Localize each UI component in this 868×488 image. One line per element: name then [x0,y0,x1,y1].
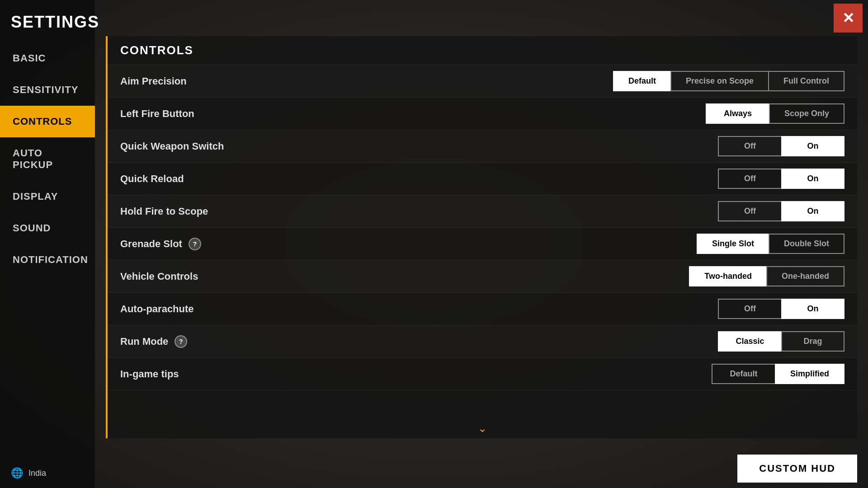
sidebar-item-auto-pickup[interactable]: AUTO PICKUP [0,137,95,181]
setting-controls-run-mode: ClassicDrag [718,331,844,352]
close-button[interactable]: ✕ [834,4,863,33]
toggle-auto-parachute-off[interactable]: Off [718,299,781,319]
toggle-left-fire-button-scope-only[interactable]: Scope Only [769,103,844,124]
help-icon-grenade-slot[interactable]: ? [189,238,201,250]
toggle-quick-reload-on[interactable]: On [781,169,844,189]
setting-row-aim-precision: Aim PrecisionDefaultPrecise on ScopeFull… [108,65,857,98]
sidebar-item-notification[interactable]: NOTIFICATION [0,244,95,276]
region-label: India [28,469,46,478]
setting-label-vehicle-controls: Vehicle Controls [120,271,689,282]
sidebar-nav: BASICSENSITIVITYCONTROLSAUTO PICKUPDISPL… [0,42,95,458]
toggle-hold-fire-to-scope-on[interactable]: On [781,201,844,221]
sidebar: SETTINGS BASICSENSITIVITYCONTROLSAUTO PI… [0,0,95,488]
setting-controls-grenade-slot: Single SlotDouble Slot [697,234,844,254]
setting-controls-hold-fire-to-scope: OffOn [718,201,844,221]
sidebar-item-basic[interactable]: BASIC [0,42,95,74]
toggle-in-game-tips-default[interactable]: Default [712,364,775,384]
toggle-aim-precision-precise-on-scope[interactable]: Precise on Scope [670,71,768,91]
setting-row-left-fire-button: Left Fire ButtonAlwaysScope Only [108,98,857,130]
sidebar-footer: 🌐 India [0,458,95,488]
setting-label-grenade-slot: Grenade Slot? [120,238,697,250]
sidebar-item-sensitivity[interactable]: SENSITIVITY [0,74,95,106]
section-header: CONTROLS [108,36,857,65]
sidebar-item-display[interactable]: DISPLAY [0,181,95,212]
help-icon-run-mode[interactable]: ? [175,335,187,348]
setting-controls-auto-parachute: OffOn [718,299,844,319]
setting-controls-aim-precision: DefaultPrecise on ScopeFull Control [613,71,844,91]
setting-controls-vehicle-controls: Two-handedOne-handed [689,266,844,286]
app-title: SETTINGS [0,0,95,42]
toggle-aim-precision-default[interactable]: Default [613,71,670,91]
toggle-auto-parachute-on[interactable]: On [781,299,844,319]
toggle-grenade-slot-single-slot[interactable]: Single Slot [697,234,769,254]
settings-list: Aim PrecisionDefaultPrecise on ScopeFull… [108,65,857,418]
sidebar-item-controls[interactable]: CONTROLS [0,106,95,137]
toggle-run-mode-drag[interactable]: Drag [781,331,844,352]
setting-row-run-mode: Run Mode?ClassicDrag [108,325,857,358]
setting-row-vehicle-controls: Vehicle ControlsTwo-handedOne-handed [108,260,857,293]
setting-label-in-game-tips: In-game tips [120,368,712,380]
setting-label-hold-fire-to-scope: Hold Fire to Scope [120,206,718,217]
setting-controls-quick-reload: OffOn [718,169,844,189]
toggle-vehicle-controls-two-handed[interactable]: Two-handed [689,266,766,286]
setting-row-auto-parachute: Auto-parachuteOffOn [108,293,857,325]
setting-label-quick-weapon-switch: Quick Weapon Switch [120,141,718,152]
toggle-quick-reload-off[interactable]: Off [718,169,781,189]
toggle-hold-fire-to-scope-off[interactable]: Off [718,201,781,221]
bottom-bar: CUSTOM HUD [95,449,868,488]
setting-controls-left-fire-button: AlwaysScope Only [706,103,844,124]
toggle-in-game-tips-simplified[interactable]: Simplified [775,364,844,384]
toggle-quick-weapon-switch-on[interactable]: On [781,136,844,156]
toggle-aim-precision-full-control[interactable]: Full Control [768,71,844,91]
toggle-run-mode-classic[interactable]: Classic [718,331,781,352]
setting-label-aim-precision: Aim Precision [120,75,613,87]
controls-section: CONTROLS Aim PrecisionDefaultPrecise on … [106,36,857,438]
setting-controls-in-game-tips: DefaultSimplified [712,364,844,384]
sidebar-item-sound[interactable]: SOUND [0,212,95,244]
setting-row-grenade-slot: Grenade Slot?Single SlotDouble Slot [108,228,857,260]
content-area: CONTROLS Aim PrecisionDefaultPrecise on … [95,36,868,449]
setting-controls-quick-weapon-switch: OffOn [718,136,844,156]
globe-icon: 🌐 [11,467,23,479]
setting-row-hold-fire-to-scope: Hold Fire to ScopeOffOn [108,195,857,228]
setting-row-quick-reload: Quick ReloadOffOn [108,163,857,195]
setting-label-left-fire-button: Left Fire Button [120,108,706,120]
toggle-grenade-slot-double-slot[interactable]: Double Slot [769,234,844,254]
section-title: CONTROLS [120,43,193,57]
toggle-quick-weapon-switch-off[interactable]: Off [718,136,781,156]
setting-label-quick-reload: Quick Reload [120,173,718,185]
setting-label-auto-parachute: Auto-parachute [120,303,718,315]
custom-hud-button[interactable]: CUSTOM HUD [737,455,857,483]
toggle-left-fire-button-always[interactable]: Always [706,103,769,124]
topbar: ✕ [95,0,868,36]
scroll-indicator: ⌄ [108,418,857,438]
setting-label-run-mode: Run Mode? [120,335,718,348]
setting-row-in-game-tips: In-game tipsDefaultSimplified [108,358,857,390]
main-area: ✕ CONTROLS Aim PrecisionDefaultPrecise o… [95,0,868,488]
setting-row-quick-weapon-switch: Quick Weapon SwitchOffOn [108,130,857,163]
toggle-vehicle-controls-one-handed[interactable]: One-handed [766,266,844,286]
